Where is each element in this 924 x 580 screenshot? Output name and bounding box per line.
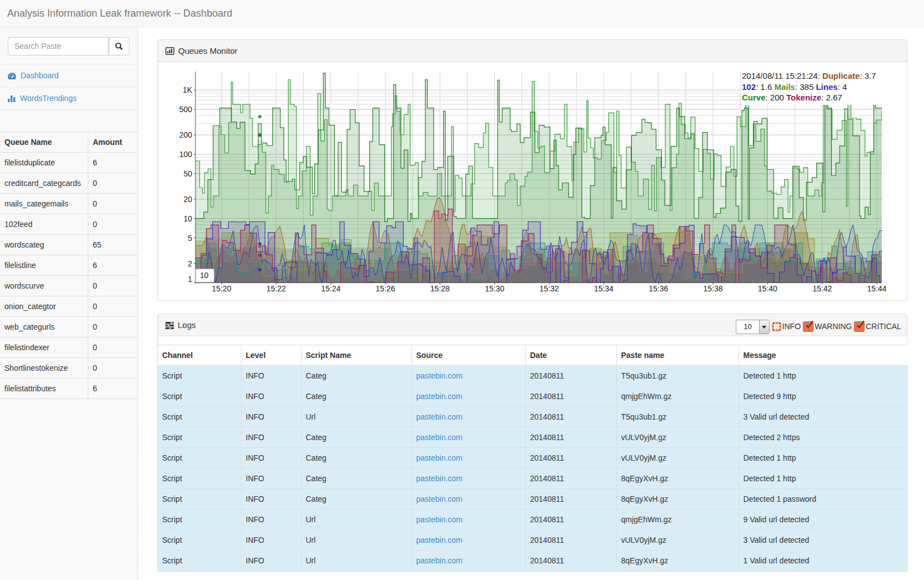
svg-text:15:40: 15:40: [758, 284, 777, 293]
svg-text:100: 100: [179, 150, 193, 159]
svg-text:1K: 1K: [183, 85, 193, 94]
svg-text:15:26: 15:26: [375, 284, 395, 293]
svg-text:200: 200: [179, 130, 193, 139]
svg-text:500: 500: [179, 105, 193, 114]
svg-text:20: 20: [183, 195, 192, 204]
svg-text:15:22: 15:22: [267, 284, 286, 293]
svg-text:15:24: 15:24: [321, 284, 340, 293]
svg-text:15:44: 15:44: [867, 284, 886, 293]
svg-text:15:34: 15:34: [594, 284, 614, 293]
svg-text:15:30: 15:30: [485, 284, 504, 293]
svg-text:15:28: 15:28: [430, 284, 450, 293]
svg-text:15:38: 15:38: [703, 284, 722, 293]
svg-text:1: 1: [188, 275, 192, 284]
svg-text:15:20: 15:20: [212, 284, 231, 293]
svg-text:2: 2: [188, 259, 192, 268]
svg-text:15:42: 15:42: [812, 284, 832, 293]
svg-text:50: 50: [183, 169, 192, 178]
svg-text:5: 5: [188, 234, 192, 243]
svg-text:10: 10: [183, 214, 192, 223]
svg-text:15:32: 15:32: [539, 284, 559, 293]
svg-text:15:36: 15:36: [649, 284, 668, 293]
